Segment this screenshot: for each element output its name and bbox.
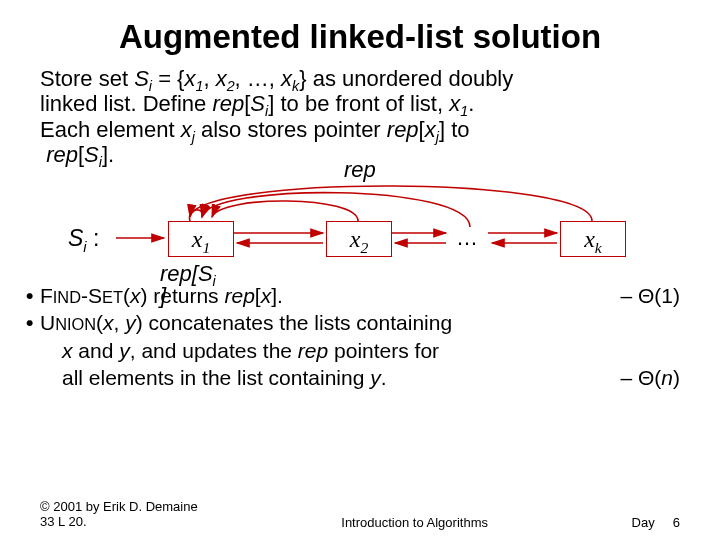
- footer-title: Introduction to Algorithms: [198, 515, 632, 530]
- slide-title: Augmented linked-list solution: [40, 18, 680, 56]
- node-x1: x1: [168, 221, 234, 257]
- description-paragraph: Store set Si = {x1, x2, …, xk} as unorde…: [40, 66, 680, 167]
- bullet-findset: • FIND-SET(x) returns rep[x]. – Θ(1): [40, 283, 680, 308]
- bullet-union-line2: x and y, and updates the rep pointers fo…: [40, 338, 680, 363]
- node-xk: xk: [560, 221, 626, 257]
- bullet-list: • FIND-SET(x) returns rep[x]. – Θ(1) • U…: [40, 283, 680, 390]
- footer-copyright: © 2001 by Erik D. Demaine 33 L 20.: [40, 499, 198, 530]
- node-x2: x2: [326, 221, 392, 257]
- bullet-union-line3: all elements in the list containing y. –…: [40, 365, 680, 390]
- complexity-theta1: – Θ(1): [620, 283, 680, 308]
- rep-label: rep: [344, 157, 376, 183]
- complexity-thetan: – Θ(n): [620, 365, 680, 390]
- footer: © 2001 by Erik D. Demaine 33 L 20. Intro…: [40, 499, 680, 530]
- ellipsis: …: [456, 225, 478, 251]
- footer-page: Day 6: [632, 515, 680, 530]
- bullet-union: • UNION(x, y) concatenates the lists con…: [40, 310, 680, 335]
- si-label: Si :: [68, 225, 99, 252]
- linked-list-diagram: rep Si : x1 x2 … xk rep[Si ]: [40, 171, 680, 281]
